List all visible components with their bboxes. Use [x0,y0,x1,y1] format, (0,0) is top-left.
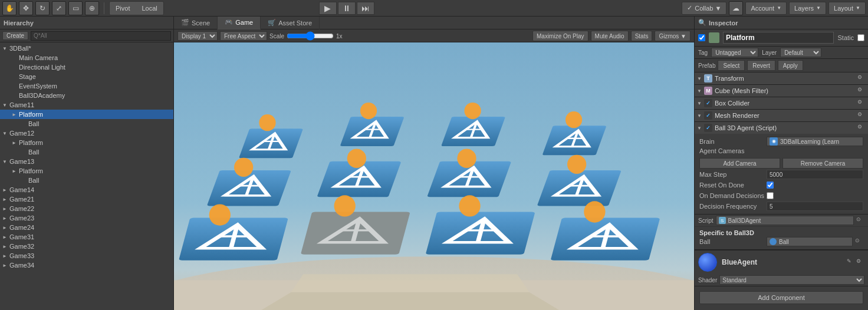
step-button[interactable]: ⏭ [357,2,374,15]
tree-item-ball13[interactable]: Ball [0,176,173,185]
tab-asset-store[interactable]: 🛒 Asset Store [261,17,320,29]
account-button[interactable]: Account [745,2,787,15]
tag-select[interactable]: Untagged [711,48,758,57]
tree-label-eventsys: EventSystem [19,83,57,90]
ball-field-value[interactable]: Ball [767,237,853,246]
svg-marker-32 [291,274,530,292]
static-checkbox[interactable] [857,34,864,41]
maximize-on-play-button[interactable]: Maximize On Play [532,31,588,41]
gizmos-button[interactable]: Gizmos ▼ [655,31,691,41]
hierarchy-panel: Hierarchy Create ▼ 3DBall* Main Camera D… [0,17,174,310]
pivot-button[interactable]: Pivot [110,2,136,15]
prefab-apply-button[interactable]: Apply [778,60,803,71]
add-component-button[interactable]: Add Component [699,291,863,304]
tree-item-platform13[interactable]: ► Platform [0,166,173,176]
script-ref[interactable]: S Ball3DAgent [716,216,854,225]
tree-item-maincam[interactable]: Main Camera [0,53,173,62]
go-name-input[interactable] [723,32,834,44]
tree-item-game14[interactable]: ► Game14 [0,185,173,194]
tree-item-dirlight[interactable]: Directional Light [0,62,173,72]
layer-select[interactable]: Default [780,48,821,57]
rotate-tool-icon[interactable]: ↻ [35,1,50,15]
ball3d-specific-section: Specific to Ball3D Ball Ball ⊙ [695,226,868,249]
ball3dagent-header[interactable]: ▼ ✓ Ball 3D Agent (Script) ⚙ [695,122,868,134]
transform-settings-icon[interactable]: ⚙ [857,74,866,83]
tree-item-game22[interactable]: ► Game22 [0,204,173,213]
ball-ref-icon[interactable]: ⊙ [855,238,863,246]
blue-agent-icons: ✎ ⚙ [847,258,864,266]
tree-item-stage[interactable]: Stage [0,72,173,81]
boxcollider-header[interactable]: ▼ ✓ Box Collider ⚙ [695,97,868,109]
remove-camera-button[interactable]: Remove Camera [782,158,863,169]
collab-button[interactable]: ✓ Collab ▼ [682,2,726,15]
local-button[interactable]: Local [136,2,163,15]
shader-select[interactable]: Standard [719,275,864,285]
decision-freq-input[interactable] [767,202,863,211]
arrow-icon-game22: ► [2,206,9,212]
tab-game[interactable]: 🎮 Game [218,17,261,29]
svg-marker-31 [261,292,558,310]
pause-button[interactable]: ⏸ [338,2,356,15]
max-step-input[interactable] [767,170,863,179]
tree-item-game12[interactable]: ▼ Game12 [0,128,173,138]
scene-tab-label: Scene [192,19,210,27]
meshrenderer-settings-icon[interactable]: ⚙ [857,111,866,120]
prefab-revert-button[interactable]: Revert [747,60,775,71]
tree-item-game21[interactable]: ► Game21 [0,194,173,204]
boxcollider-settings-icon[interactable]: ⚙ [857,99,866,107]
tree-item-platform11[interactable]: ► Platform [0,110,173,119]
arrow-icon-game34: ► [2,263,9,268]
on-demand-checkbox[interactable] [767,192,774,199]
layout-button[interactable]: Layout [828,2,866,15]
stats-button[interactable]: Stats [631,31,653,41]
tree-item-platform12[interactable]: ► Platform [0,138,173,147]
svg-point-10 [360,103,377,119]
go-active-checkbox[interactable] [698,34,705,41]
ball3dagent-body: Brain ◉ 3DBallLearning (Learn Agent Came… [695,134,868,214]
hierarchy-create-button[interactable]: Create [2,31,28,40]
arrow-icon-game12: ▼ [2,131,9,136]
tree-item-game13[interactable]: ▼ Game13 [0,157,173,166]
tab-scene[interactable]: 🎬 Scene [174,17,218,29]
layers-button[interactable]: Layers [789,2,826,15]
script-ref-icon[interactable]: ⊙ [856,216,864,225]
tree-item-game11[interactable]: ▼ Game11 [0,100,173,110]
mute-audio-button[interactable]: Mute Audio [591,31,629,41]
component-meshfilter: ▼ M Cube (Mesh Filter) ⚙ [695,85,868,97]
tree-item-ball11[interactable]: Ball [0,119,173,128]
add-camera-button[interactable]: Add Camera [699,158,780,169]
prefab-select-button[interactable]: Select [718,60,745,71]
static-label: Static [837,34,854,41]
aspect-select[interactable]: Free Aspect [220,31,267,41]
brain-value-text: 3DBallLearning (Learn [780,138,839,145]
move-tool-icon[interactable]: ✥ [19,1,33,15]
tree-item-game24[interactable]: ► Game24 [0,223,173,232]
meshrenderer-header[interactable]: ▼ ✓ Mesh Renderer ⚙ [695,110,868,121]
rect-tool-icon[interactable]: ▭ [68,1,83,15]
hand-tool-icon[interactable]: ✋ [2,1,17,15]
tree-item-ball12[interactable]: Ball [0,147,173,157]
tree-item-game23[interactable]: ► Game23 [0,213,173,223]
transform-header[interactable]: ▼ T Transform ⚙ [695,72,868,84]
tree-item-game34[interactable]: ► Game34 [0,260,173,270]
blue-agent-settings-icon[interactable]: ⚙ [856,258,864,266]
blue-agent-edit-icon[interactable]: ✎ [847,258,855,266]
play-button[interactable]: ▶ [319,2,337,15]
tree-item-3dball[interactable]: ▼ 3DBall* [0,44,173,53]
tree-item-eventsys[interactable]: EventSystem [0,81,173,91]
cloud-icon[interactable]: ☁ [729,1,743,15]
tree-item-ball3dac[interactable]: Ball3DAcademy [0,91,173,100]
meshfilter-settings-icon[interactable]: ⚙ [857,87,866,95]
tree-item-game33[interactable]: ► Game33 [0,251,173,260]
tree-item-game32[interactable]: ► Game32 [0,242,173,251]
scale-slider[interactable] [287,32,334,40]
scale-tool-icon[interactable]: ⤢ [52,1,66,15]
ball3dagent-settings-icon[interactable]: ⚙ [857,124,866,132]
reset-on-done-checkbox[interactable] [767,182,774,189]
display-select[interactable]: Display 1 [177,31,218,41]
meshfilter-header[interactable]: ▼ M Cube (Mesh Filter) ⚙ [695,85,868,97]
hierarchy-search-input[interactable] [31,31,171,41]
transform-tool-icon[interactable]: ⊕ [85,1,99,15]
brain-field-value[interactable]: ◉ 3DBallLearning (Learn [767,137,863,146]
tree-item-game31[interactable]: ► Game31 [0,232,173,242]
